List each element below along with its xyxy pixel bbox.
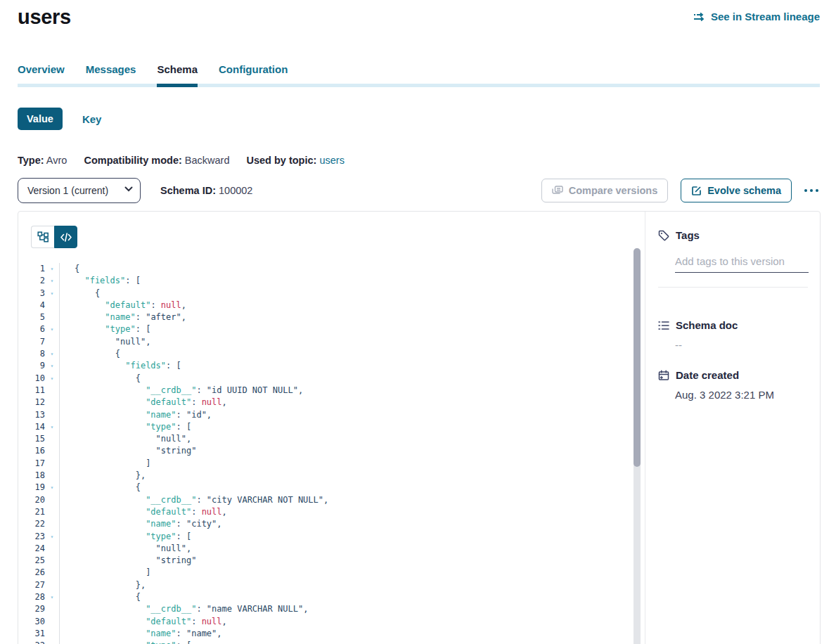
code-line: 30"default": null, [18,616,628,628]
page-title: users [18,6,71,29]
fold-gutter [45,433,60,445]
code-line: 15"null", [18,433,628,445]
code-text: ] [75,458,150,470]
fold-toggle-icon[interactable]: ▾ [45,482,60,494]
line-number: 5 [18,311,45,323]
code-line: 22"name": "city", [18,518,628,530]
code-line: 31"name": "name", [18,628,628,640]
code-text: ] [75,567,150,579]
code-line: 20"__crdb__": "city VARCHAR NOT NULL", [18,494,628,506]
key-toggle-button[interactable]: Key [82,113,102,125]
fold-gutter [45,543,60,555]
tab-schema[interactable]: Schema [157,63,198,87]
fold-gutter [45,409,60,421]
tags-section: Tags [658,229,808,288]
code-line: 2▾"fields": [ [18,275,628,287]
fold-gutter [45,336,60,348]
code-line: 6▾"type": [ [18,323,628,335]
code-text: "type": [ [75,421,191,433]
fold-toggle-icon[interactable]: ▾ [45,348,60,360]
fold-toggle-icon[interactable]: ▾ [45,373,60,385]
fold-toggle-icon[interactable]: ▾ [45,323,60,335]
compat-value: Backward [185,155,230,166]
fold-toggle-icon[interactable]: ▾ [45,288,60,300]
tree-view-button[interactable] [31,226,54,248]
code-line: 18}, [18,470,628,482]
code-line: 21"default": null, [18,506,628,518]
code-line: 16"string" [18,445,628,457]
code-line: 10▾{ [18,373,628,385]
add-tags-input[interactable] [675,255,809,273]
fold-toggle-icon[interactable]: ▾ [45,421,60,433]
fold-toggle-icon[interactable]: ▾ [45,360,60,372]
code-text: "type": [ [75,640,191,644]
fold-toggle-icon[interactable]: ▾ [45,263,60,275]
schema-id-label: Schema ID: [160,185,216,196]
line-number: 10 [18,373,45,385]
code-line: 27}, [18,579,628,591]
code-text: "name": "after", [75,311,186,323]
calendar-icon [658,370,669,381]
code-line: 12"default": null, [18,397,628,408]
tree-view-icon [37,231,49,243]
line-number: 29 [18,603,45,615]
code-text: "name": "name", [75,628,222,640]
code-text: "string" [75,445,196,457]
list-icon [658,321,669,330]
code-scrollbar-track[interactable] [634,248,641,644]
more-options-button[interactable] [803,185,820,196]
tab-overview[interactable]: Overview [18,63,65,87]
code-text: { [75,373,141,385]
code-line: 17] [18,458,628,470]
schema-doc-title: Schema doc [676,319,738,331]
line-number: 4 [18,300,45,311]
code-text: "name": "id", [75,409,212,421]
fold-toggle-icon[interactable]: ▾ [45,640,60,644]
code-text: "name": "city", [75,518,222,530]
fold-toggle-icon[interactable]: ▾ [45,531,60,543]
code-text: "default": null, [75,506,227,518]
fold-gutter [45,628,60,640]
code-line: 23▾"type": [ [18,531,628,543]
topic-link[interactable]: users [319,155,344,166]
line-number: 26 [18,567,45,579]
code-line: 13"name": "id", [18,409,628,421]
code-line: 9▾"fields": [ [18,360,628,372]
tab-configuration[interactable]: Configuration [219,63,288,87]
date-created-value: Aug. 3 2022 3:21 PM [675,389,808,401]
code-text: "default": null, [75,397,227,408]
tab-messages[interactable]: Messages [86,63,136,87]
version-select[interactable]: Version 1 (current) [18,178,141,203]
fold-gutter [45,385,60,397]
fold-gutter [45,506,60,518]
compare-versions-button[interactable]: Compare versions [541,179,669,202]
fold-gutter [45,458,60,470]
schema-id-value: 100002 [219,185,252,196]
code-text: { [75,263,79,275]
type-value: Avro [46,155,67,166]
fold-gutter [45,300,60,311]
tags-title: Tags [676,229,700,241]
stream-lineage-icon [693,12,706,22]
fold-toggle-icon[interactable]: ▾ [45,275,60,287]
code-scrollbar-thumb[interactable] [634,248,641,467]
value-toggle-button[interactable]: Value [18,108,63,130]
schema-id: Schema ID: 100002 [160,185,252,196]
schema-code-editor[interactable]: 1▾{2▾"fields": [3▾{4"default": null,5"na… [18,263,628,644]
code-text: "default": null, [75,300,186,311]
code-view-button[interactable] [54,226,77,248]
line-number: 21 [18,506,45,518]
see-in-stream-lineage-link[interactable]: See in Stream lineage [693,11,820,22]
code-text: "__crdb__": "name VARCHAR NULL", [75,603,308,615]
fold-gutter [45,579,60,591]
line-number: 8 [18,348,45,360]
schema-doc-section: Schema doc -- [658,319,808,351]
fold-toggle-icon[interactable]: ▾ [45,591,60,603]
line-number: 22 [18,518,45,530]
code-line: 14▾"type": [ [18,421,628,433]
fold-gutter [45,494,60,506]
view-mode-toggle [31,226,77,248]
fold-gutter [45,518,60,530]
line-number: 1 [18,263,45,275]
evolve-schema-button[interactable]: Evolve schema [681,179,792,202]
